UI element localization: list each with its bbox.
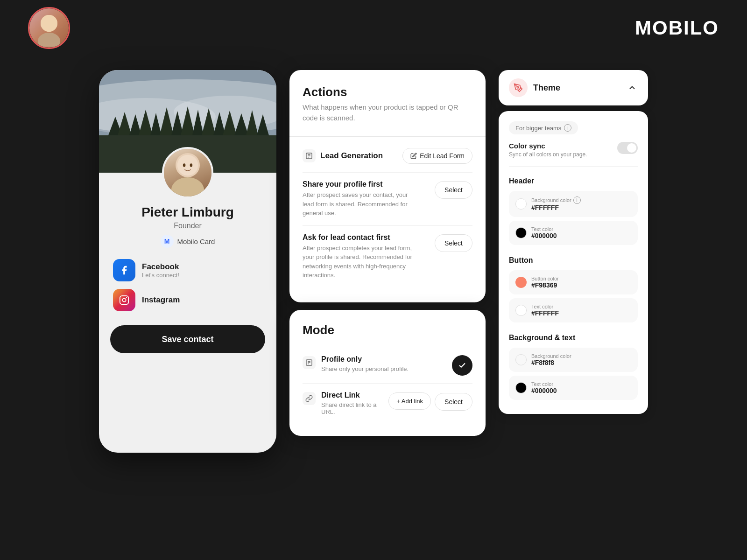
lead-gen-header: Lead Generation Edit Lead Form — [303, 148, 472, 164]
direct-link-icon — [303, 392, 316, 405]
top-bar: MOBILO — [0, 0, 747, 56]
mode-title: Mode — [303, 323, 472, 337]
edit-btn-label: Edit Lead Form — [420, 152, 465, 160]
svg-point-25 — [177, 155, 198, 176]
theme-header: Theme — [499, 70, 648, 105]
svg-point-29 — [122, 298, 126, 301]
bg-text-text-color[interactable]: Text color #000000 — [509, 376, 638, 400]
facebook-icon — [113, 259, 135, 281]
mode-panel: Mode Profile only Share only your person… — [289, 310, 486, 436]
bg-text-bg-color[interactable]: Background color #F8f8f8 — [509, 348, 638, 372]
lead-gen-icon — [303, 149, 316, 162]
middle-column: Actions What happens when your product i… — [289, 70, 486, 436]
user-avatar[interactable] — [28, 7, 70, 49]
header-bg-dot — [515, 198, 527, 210]
button-text-color[interactable]: Text color #FFFFFF — [509, 298, 638, 322]
profile-mode-check-button[interactable] — [452, 355, 472, 376]
company-icon: M — [161, 235, 174, 248]
divider — [289, 136, 486, 137]
profile-mode-name: Profile only — [321, 355, 409, 364]
direct-link-select-button[interactable]: Select — [435, 393, 472, 411]
facebook-sub: Let's connect! — [142, 272, 179, 279]
theme-body: For bigger teams i Color sync Sync of al… — [499, 111, 648, 414]
button-text-dot — [515, 305, 527, 316]
button-section-label: Button — [509, 256, 638, 265]
app-logo: MOBILO — [635, 17, 719, 39]
profile-mode-desc: Share only your personal profile. — [321, 365, 409, 372]
direct-link-desc: Share direct link to a URL. — [321, 401, 388, 415]
theme-label: Theme — [533, 83, 560, 93]
theme-panel: Theme For bigger teams i Color sync Sync… — [499, 70, 648, 414]
option-1-name: Share your profile first — [303, 180, 415, 189]
profile-avatar — [162, 147, 213, 198]
company-name: Mobilo Card — [177, 238, 215, 245]
add-link-button[interactable]: + Add link — [388, 392, 431, 410]
header-text-color[interactable]: Text color #000000 — [509, 221, 638, 245]
action-option-2: Ask for lead contact first After prospec… — [303, 225, 472, 287]
actions-panel: Actions What happens when your product i… — [289, 70, 486, 302]
svg-rect-28 — [120, 296, 128, 304]
theme-collapse-icon[interactable] — [627, 82, 638, 93]
instagram-name: Instagram — [142, 295, 180, 305]
svg-point-27 — [190, 163, 193, 167]
header-text-dot — [515, 227, 527, 238]
svg-point-1 — [38, 33, 60, 47]
button-color[interactable]: Button color #F98369 — [509, 270, 638, 294]
profile-mode-icon — [303, 356, 316, 369]
header-section-label: Header — [509, 177, 638, 185]
direct-link-name: Direct Link — [321, 391, 388, 399]
svg-point-2 — [41, 15, 57, 32]
button-color-dot — [515, 277, 527, 288]
option-2-name: Ask for lead contact first — [303, 233, 415, 242]
facebook-name: Facebook — [142, 262, 179, 272]
svg-point-26 — [183, 163, 186, 167]
edit-lead-form-button[interactable]: Edit Lead Form — [402, 148, 472, 164]
save-contact-button[interactable]: Save contact — [110, 325, 265, 353]
phone-card: Pieter Limburg Founder M Mobilo Card Fac… — [99, 70, 276, 453]
social-links: Facebook Let's connect! Instagram — [99, 248, 276, 311]
color-sync-row: Color sync Sync of all colors on your pa… — [509, 142, 638, 167]
bigger-teams-badge: For bigger teams i — [509, 121, 578, 134]
bg-text-text-dot — [515, 382, 527, 393]
profile-company: M Mobilo Card — [161, 235, 215, 248]
actions-subtitle: What happens when your product is tapped… — [303, 102, 472, 123]
info-icon: i — [564, 124, 571, 132]
bg-text-bg-dot — [515, 354, 527, 365]
social-item-facebook[interactable]: Facebook Let's connect! — [113, 259, 262, 281]
theme-icon — [509, 78, 528, 97]
profile-title: Founder — [174, 222, 202, 230]
header-bg-color[interactable]: Background color i #FFFFFF — [509, 191, 638, 217]
action-option-1: Share your profile first After prospect … — [303, 172, 472, 225]
mode-option-direct-link: Direct Link Share direct link to a URL. … — [303, 383, 472, 423]
profile-name: Pieter Limburg — [141, 205, 234, 220]
mode-option-profile: Profile only Share only your personal pr… — [303, 348, 472, 383]
option-1-desc: After prospect saves your contact, your … — [303, 190, 415, 218]
main-content: Pieter Limburg Founder M Mobilo Card Fac… — [0, 56, 747, 560]
svg-point-24 — [171, 177, 204, 196]
instagram-icon — [113, 289, 135, 311]
svg-point-39 — [517, 87, 519, 88]
actions-title: Actions — [303, 85, 472, 99]
lead-gen-title: Lead Generation — [320, 151, 383, 161]
svg-point-30 — [126, 297, 127, 298]
color-sync-toggle[interactable] — [617, 142, 638, 154]
sync-desc: Sync of all colors on your page. — [509, 151, 587, 158]
social-item-instagram[interactable]: Instagram — [113, 289, 262, 311]
option-2-select-button[interactable]: Select — [435, 234, 472, 252]
option-2-desc: After prospect completes your lead form,… — [303, 244, 415, 280]
sync-title: Color sync — [509, 142, 587, 150]
lead-gen-section: Lead Generation Edit Lead Form Share you… — [303, 148, 472, 287]
bg-text-section-label: Background & text — [509, 334, 638, 342]
bg-info-icon: i — [573, 196, 581, 204]
option-1-select-button[interactable]: Select — [435, 181, 472, 199]
